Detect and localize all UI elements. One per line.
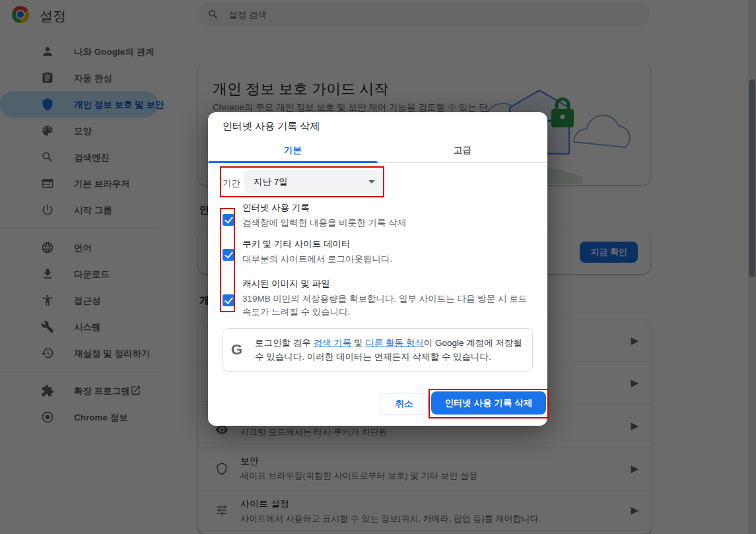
- checkbox-subtitle: 검색창에 입력한 내용을 비롯한 기록 삭제: [242, 217, 533, 230]
- dropdown-caret-icon: [368, 180, 375, 184]
- tab-basic[interactable]: 기본: [208, 139, 378, 162]
- dialog-tabs: 기본 고급: [208, 139, 547, 163]
- signin-note-text: 로그인할 경우 검색 기록 및 다른 활동 형식이 Google 계정에 저장될…: [255, 336, 524, 364]
- time-range-select[interactable]: 지난 7일: [244, 170, 383, 193]
- note-prefix: 로그인할 경우: [255, 338, 314, 348]
- checkbox-subtitle: 대부분의 사이트에서 로그아웃됩니다.: [242, 253, 533, 266]
- tab-advanced[interactable]: 고급: [378, 139, 547, 162]
- checkbox-cached-files[interactable]: [223, 294, 234, 306]
- note-mid: 및: [351, 338, 365, 348]
- checkbox-title: 캐시된 이미지 및 파일: [242, 278, 330, 290]
- checkbox-title: 인터넷 사용 기록: [242, 202, 310, 214]
- clear-data-button[interactable]: 인터넷 사용 기록 삭제: [431, 391, 546, 415]
- clear-browsing-data-dialog: 인터넷 사용 기록 삭제 기본 고급 기간 지난 7일 인터넷 사용 기록 검색…: [208, 112, 547, 426]
- dialog-title: 인터넷 사용 기록 삭제: [223, 120, 320, 133]
- search-history-link[interactable]: 검색 기록: [314, 338, 352, 348]
- checkbox-browsing-history[interactable]: [223, 214, 234, 226]
- cancel-button[interactable]: 취소: [380, 393, 429, 415]
- checkbox-title: 쿠키 및 기타 사이트 데이터: [242, 238, 351, 250]
- checkbox-cookies[interactable]: [223, 249, 234, 261]
- signin-note-box: G 로그인할 경우 검색 기록 및 다른 활동 형식이 Google 계정에 저…: [223, 328, 533, 372]
- checkbox-subtitle: 319MB 미만의 저장용량을 확보합니다. 일부 사이트는 다음 방문 시 로…: [242, 292, 533, 319]
- time-range-value: 지난 7일: [254, 176, 288, 188]
- time-range-label: 기간: [223, 178, 240, 189]
- google-g-icon: G: [231, 341, 242, 358]
- other-activity-link[interactable]: 다른 활동 형식: [365, 338, 424, 348]
